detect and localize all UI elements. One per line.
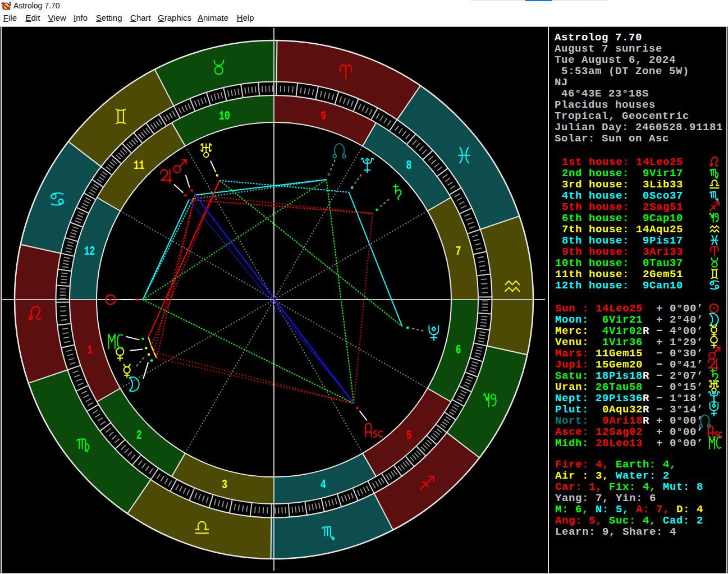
svg-text:4th house: 0Sco37: 4th house: 0Sco37 — [555, 190, 683, 202]
svg-text:4Vir02: 4Vir02 — [596, 325, 643, 337]
svg-text:14Leo25: 14Leo25 — [596, 302, 643, 315]
svg-text:Suc: 4,: Suc: 4, — [609, 515, 656, 527]
svg-text:− 0°41’: − 0°41’ — [656, 359, 703, 371]
svg-text:A: 7,: A: 7, — [636, 503, 670, 516]
svg-text:Mut: 8: Mut: 8 — [663, 481, 703, 493]
svg-text:Ang: 5,: Ang: 5, — [555, 515, 602, 527]
svg-text:− 1°18’: − 1°18’ — [656, 392, 703, 405]
svg-text:11th house: 2Gem51: 11th house: 2Gem51 — [555, 268, 683, 281]
svg-text:R: R — [643, 325, 649, 337]
svg-text:5: 5 — [406, 429, 411, 443]
svg-text:Fire: 4,: Fire: 4, — [555, 458, 609, 471]
svg-text:R: R — [643, 392, 649, 405]
svg-text:Cad: 2: Cad: 2 — [663, 515, 703, 527]
svg-text:2: 2 — [136, 429, 142, 443]
svg-text:Merc:: Merc: — [555, 325, 589, 337]
svg-text:Venu:: Venu: — [555, 336, 589, 348]
svg-text:Solar: Sun on Asc: Solar: Sun on Asc — [555, 132, 669, 145]
svg-text:D: 4: D: 4 — [676, 503, 703, 516]
svg-text:11Gem15: 11Gem15 — [596, 347, 643, 360]
svg-text:Asce:: Asce: — [555, 426, 589, 438]
svg-text:5:53am (DT Zone 5W): 5:53am (DT Zone 5W) — [555, 65, 689, 77]
svg-text:12th house: 9Can10: 12th house: 9Can10 — [555, 279, 683, 292]
svg-text:Uran:: Uran: — [555, 381, 589, 393]
svg-text:7: 7 — [455, 245, 461, 259]
svg-text:6th house: 9Cap10: 6th house: 9Cap10 — [555, 212, 683, 224]
svg-text:August 7 sunrise: August 7 sunrise — [555, 43, 662, 55]
svg-text:− 4°00’: − 4°00’ — [656, 325, 703, 337]
svg-text:6Vir21: 6Vir21 — [596, 314, 643, 326]
svg-text:Tropical, Geocentric: Tropical, Geocentric — [555, 110, 689, 122]
svg-text:28Leo13: 28Leo13 — [596, 437, 643, 449]
svg-text:9th house: 3Ari33: 9th house: 3Ari33 — [555, 246, 683, 258]
svg-text:− 0°30’: − 0°30’ — [656, 347, 703, 360]
svg-text:Julian Day: 2460528.91181: Julian Day: 2460528.91181 — [555, 121, 723, 134]
svg-text:+ 0°00’: + 0°00’ — [656, 426, 703, 438]
svg-text:Satu:: Satu: — [555, 370, 589, 382]
svg-text:Air : 3,: Air : 3, — [555, 470, 609, 482]
svg-text:18Pis18: 18Pis18 — [596, 370, 643, 382]
svg-text:5th house: 2Sag51: 5th house: 2Sag51 — [555, 201, 683, 213]
svg-text:Yang: 7, Yin: 6: Yang: 7, Yin: 6 — [555, 492, 656, 504]
svg-text:Plut:: Plut: — [555, 403, 589, 416]
svg-text:R: R — [643, 415, 649, 427]
svg-text:Car: 1,: Car: 1, — [555, 481, 602, 493]
svg-text:Midh:: Midh: — [555, 437, 589, 449]
svg-text:− 0°15’: − 0°15’ — [656, 381, 703, 393]
svg-text:9: 9 — [320, 109, 326, 123]
svg-text:+ 2°40’: + 2°40’ — [656, 314, 703, 326]
svg-text:46°43E 23°18S: 46°43E 23°18S — [555, 88, 649, 100]
svg-text:4: 4 — [320, 478, 326, 492]
svg-text:29Pis36: 29Pis36 — [596, 392, 643, 405]
svg-text:Nept:: Nept: — [555, 392, 589, 405]
svg-text:8th house: 9Pis17: 8th house: 9Pis17 — [555, 235, 683, 247]
svg-text:Sun :: Sun : — [555, 302, 589, 315]
svg-text:M: 6,: M: 6, — [555, 503, 589, 516]
svg-text:+ 0°00’: + 0°00’ — [656, 437, 703, 449]
svg-text:Water: 2: Water: 2 — [616, 470, 670, 482]
svg-text:R: R — [643, 403, 649, 416]
svg-text:Fix: 4,: Fix: 4, — [609, 481, 656, 493]
svg-text:+ 0°00’: + 0°00’ — [656, 302, 703, 315]
svg-text:1: 1 — [87, 343, 93, 357]
svg-text:Astrolog 7.70: Astrolog 7.70 — [555, 31, 642, 44]
svg-text:10th house: 0Tau37: 10th house: 0Tau37 — [555, 257, 683, 269]
svg-text:− 2°07’: − 2°07’ — [656, 370, 703, 382]
svg-text:2nd house: 9Vir17: 2nd house: 9Vir17 — [555, 167, 683, 180]
svg-text:R: R — [643, 370, 649, 382]
svg-text:7th house: 14Aqu25: 7th house: 14Aqu25 — [555, 223, 683, 236]
svg-text:Mars:: Mars: — [555, 347, 589, 360]
svg-text:1st house: 14Leo25: 1st house: 14Leo25 — [555, 156, 683, 168]
svg-text:6: 6 — [455, 343, 461, 357]
svg-text:− 3°14’: − 3°14’ — [656, 403, 703, 416]
svg-text:Tue August 6, 2024: Tue August 6, 2024 — [555, 54, 676, 66]
svg-text:Earth: 4,: Earth: 4, — [616, 458, 676, 471]
svg-text:12: 12 — [84, 245, 95, 259]
svg-text:Learn: 9, Share: 4: Learn: 9, Share: 4 — [555, 526, 676, 538]
svg-text:15Gem20: 15Gem20 — [596, 359, 643, 371]
svg-text:+ 1°29’: + 1°29’ — [656, 336, 703, 348]
svg-text:12Sag02: 12Sag02 — [596, 426, 643, 438]
svg-text:Placidus houses: Placidus houses — [555, 99, 656, 111]
svg-text:Nort:: Nort: — [555, 415, 589, 427]
svg-text:8: 8 — [406, 159, 411, 173]
svg-text:10: 10 — [219, 109, 230, 123]
svg-text:11: 11 — [134, 159, 145, 173]
svg-text:+ 0°00’: + 0°00’ — [656, 415, 703, 427]
svg-text:26Tau58: 26Tau58 — [596, 381, 643, 393]
svg-text:Moon:: Moon: — [555, 314, 589, 326]
svg-text:3: 3 — [222, 478, 227, 492]
svg-text:3rd house: 3Lib33: 3rd house: 3Lib33 — [555, 178, 683, 191]
svg-text:9Ari18: 9Ari18 — [596, 415, 643, 427]
svg-text:NJ: NJ — [555, 76, 568, 89]
svg-text:N: 5,: N: 5, — [596, 503, 629, 516]
svg-text:1Vir36: 1Vir36 — [596, 336, 643, 348]
svg-text:0Aqu32: 0Aqu32 — [596, 403, 643, 416]
svg-text:Jupi:: Jupi: — [555, 359, 589, 371]
